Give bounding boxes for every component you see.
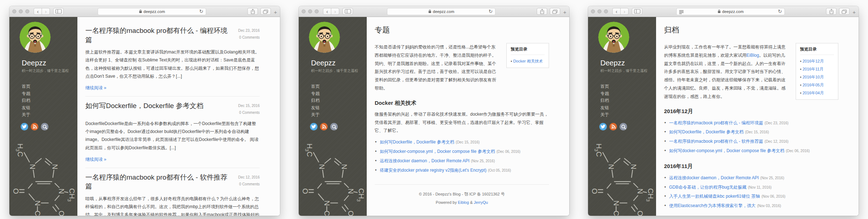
sidebar-item-topics[interactable]: 专题 bbox=[311, 90, 367, 98]
article-comments[interactable]: 0 Comments bbox=[238, 34, 260, 41]
sidebar-toggle-button[interactable] bbox=[53, 8, 64, 15]
minimize-button[interactable] bbox=[597, 9, 601, 13]
sidebar: Deepzz 积一时之跬步，臻千里之遥程 首页 专题 归档 友链 关于 bbox=[299, 17, 367, 216]
article-title[interactable]: 一名程序猿的macbook pro都有什么 - 软件推荐篇 bbox=[85, 173, 238, 191]
article-title[interactable]: 如何写Dockerfile，Dockerfile 参考文档 bbox=[85, 101, 238, 111]
blog-name: Deepzz bbox=[22, 59, 77, 67]
share-button[interactable] bbox=[247, 8, 258, 15]
post-link[interactable]: GDB命令基础，让你的程序bug无处躲藏 bbox=[669, 185, 746, 190]
sidebar-item-links[interactable]: 友链 bbox=[22, 104, 77, 112]
address-bar[interactable]: deepzz.com ↻ bbox=[387, 8, 495, 15]
post-link[interactable]: 远程连接docker daemon，Docker Remote API bbox=[669, 175, 759, 180]
rss-icon[interactable] bbox=[31, 123, 38, 130]
sidebar-item-home[interactable]: 首页 bbox=[311, 83, 367, 90]
post-link[interactable]: 使用Elasticsearch作为本博客搜索引擎，强大 bbox=[669, 203, 756, 208]
post-item: 如何写Dockerfile，Dockerfile 参考文档(Dec 15, 20… bbox=[664, 128, 838, 137]
sidebar-item-topics[interactable]: 专题 bbox=[22, 90, 77, 98]
article-title[interactable]: 一名程序猿的macbook pro都有什么 - 编程环境篇 bbox=[85, 26, 238, 44]
post-link[interactable]: 如何写docker-compose.yml，Docker compose fil… bbox=[380, 149, 495, 154]
search-icon[interactable] bbox=[620, 123, 627, 130]
avatar[interactable] bbox=[309, 22, 340, 53]
read-more-link[interactable]: 继续阅读 » bbox=[85, 85, 106, 91]
post-link[interactable]: 搭建安全的docker private registry v2指南(Let's … bbox=[380, 168, 486, 173]
toc-link-2016-12[interactable]: 2016年12月 bbox=[803, 59, 824, 63]
toc-link-docker[interactable]: Docker 相关技术 bbox=[513, 59, 543, 63]
back-button[interactable]: ‹ bbox=[34, 8, 42, 15]
forward-button[interactable]: › bbox=[620, 8, 629, 15]
post-link[interactable]: 如何写Dockerfile，Dockerfile 参考文档 bbox=[669, 129, 744, 134]
toc-link-2016-11[interactable]: 2016年11月 bbox=[803, 67, 824, 71]
sidebar-item-topics[interactable]: 专题 bbox=[600, 90, 656, 98]
post-link[interactable]: 入手人生第一款机械键盘ikbc poker61键位 茶轴 bbox=[669, 194, 760, 199]
minimize-button[interactable] bbox=[19, 9, 23, 13]
search-icon[interactable] bbox=[330, 123, 338, 130]
post-item: 如何写docker-compose.yml，Docker compose fil… bbox=[375, 147, 549, 156]
tabs-overview-button[interactable] bbox=[260, 8, 271, 15]
tabs-overview-button[interactable] bbox=[839, 8, 850, 15]
new-tab-button[interactable]: + bbox=[563, 9, 566, 15]
reader-icon[interactable] bbox=[679, 10, 684, 14]
reload-icon[interactable]: ↻ bbox=[489, 9, 493, 14]
close-button[interactable] bbox=[12, 9, 16, 13]
post-link[interactable]: 如何写docker-compose.yml，Docker compose fil… bbox=[669, 148, 784, 153]
twitter-icon[interactable] bbox=[21, 123, 28, 130]
share-button[interactable] bbox=[826, 8, 837, 15]
sidebar-item-archive[interactable]: 归档 bbox=[600, 97, 656, 104]
article-comments[interactable]: 0 Comments bbox=[238, 109, 260, 116]
post-link[interactable]: 一名程序猿的macbook pro都有什么 - 编程环境篇 bbox=[669, 120, 763, 125]
post-link[interactable]: 如何写Dockerfile，Dockerfile 参考文档 bbox=[380, 139, 454, 145]
zoom-button[interactable] bbox=[25, 9, 29, 13]
article-comments[interactable]: 0 Comments bbox=[238, 181, 260, 188]
sidebar-item-archive[interactable]: 归档 bbox=[311, 97, 367, 104]
sidebar-item-links[interactable]: 友链 bbox=[311, 104, 367, 112]
sidebar-item-about[interactable]: 关于 bbox=[311, 111, 367, 119]
sidebar-toggle-button[interactable] bbox=[632, 8, 642, 15]
article-excerpt: 哇哦，从事程序开发这么些年了，很多人好奇程序员的电脑都有什么？为什么这么神奇，怎… bbox=[85, 195, 260, 216]
avatar[interactable] bbox=[20, 22, 51, 53]
toc-link-2016-04[interactable]: 2016年04月 bbox=[803, 91, 824, 95]
sidebar-toggle-button[interactable] bbox=[342, 8, 353, 15]
new-tab-button[interactable]: + bbox=[852, 9, 856, 15]
tabs-icon bbox=[263, 9, 268, 14]
sidebar-item-links[interactable]: 友链 bbox=[600, 104, 656, 112]
toc-link-2016-05[interactable]: 2016年05月 bbox=[803, 83, 824, 87]
close-button[interactable] bbox=[302, 9, 306, 13]
titlebar[interactable]: ‹ › deepzz.com ↻ + bbox=[299, 6, 569, 17]
back-button[interactable]: ‹ bbox=[323, 8, 331, 15]
close-button[interactable] bbox=[591, 9, 595, 13]
eiblog-inline-link[interactable]: EiBlog bbox=[746, 53, 759, 58]
share-button[interactable] bbox=[537, 8, 547, 15]
sidebar-item-archive[interactable]: 归档 bbox=[22, 97, 77, 104]
sidebar-item-home[interactable]: 首页 bbox=[22, 83, 77, 90]
post-link[interactable]: 一名程序猿的macbook pro都有什么 - 软件推荐篇 bbox=[669, 139, 763, 144]
forward-button[interactable]: › bbox=[331, 8, 339, 15]
tabs-overview-button[interactable] bbox=[550, 8, 560, 15]
post-link[interactable]: 远程连接docker daemon，Docker Remote API bbox=[380, 158, 469, 163]
forward-button[interactable]: › bbox=[42, 8, 50, 15]
toc-title: 预览目录 bbox=[511, 47, 545, 55]
titlebar[interactable]: ‹ › deepzz.com ↻ + bbox=[9, 6, 280, 17]
toc-link-2016-10[interactable]: 2016年10月 bbox=[803, 75, 824, 79]
rss-icon[interactable] bbox=[609, 123, 617, 130]
back-button[interactable]: ‹ bbox=[612, 8, 621, 15]
avatar[interactable] bbox=[598, 22, 629, 53]
search-icon[interactable] bbox=[41, 123, 48, 130]
twitter-icon[interactable] bbox=[599, 123, 607, 130]
eiblog-link[interactable]: Eiblog bbox=[458, 200, 469, 205]
read-more-link[interactable]: 继续阅读 » bbox=[85, 156, 106, 163]
twitter-icon[interactable] bbox=[310, 123, 318, 130]
reload-icon[interactable]: ↻ bbox=[199, 9, 203, 14]
address-bar[interactable]: deepzz.com ↻ bbox=[98, 8, 206, 15]
sidebar-item-about[interactable]: 关于 bbox=[22, 111, 77, 119]
jerryqu-link[interactable]: JerryQu bbox=[474, 200, 488, 205]
sidebar-item-about[interactable]: 关于 bbox=[600, 111, 656, 119]
zoom-button[interactable] bbox=[315, 9, 319, 13]
zoom-button[interactable] bbox=[604, 9, 608, 13]
new-tab-button[interactable]: + bbox=[274, 9, 277, 15]
titlebar[interactable]: ‹ › deepzz.com ↻ + bbox=[588, 6, 859, 17]
sidebar-item-home[interactable]: 首页 bbox=[600, 83, 656, 90]
rss-icon[interactable] bbox=[320, 123, 328, 130]
address-bar[interactable]: deepzz.com ↻ bbox=[676, 8, 785, 15]
minimize-button[interactable] bbox=[308, 9, 312, 13]
reload-icon[interactable]: ↻ bbox=[778, 9, 782, 14]
